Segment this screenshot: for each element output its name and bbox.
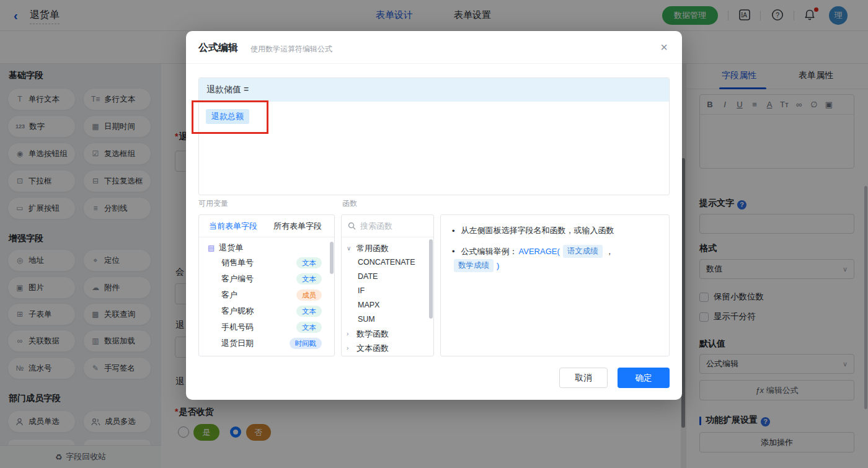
formula-field-tag[interactable]: 退款总额: [206, 109, 249, 124]
function-item[interactable]: MAPX: [342, 298, 433, 312]
variable-row[interactable]: 客户编号文本: [199, 271, 334, 287]
tab-current-form-fields[interactable]: 当前表单字段: [209, 221, 257, 232]
search-icon: [348, 222, 356, 230]
function-search-input[interactable]: [360, 221, 422, 231]
variable-row[interactable]: 客户成员: [199, 287, 334, 303]
tab-all-form-fields[interactable]: 所有表单字段: [273, 221, 322, 232]
function-item[interactable]: IF: [342, 284, 433, 298]
type-badge: 文本: [296, 306, 322, 317]
variable-row[interactable]: 销售单号文本: [199, 255, 334, 271]
variable-row[interactable]: 退货日期时间戳: [199, 335, 334, 351]
group-common-functions[interactable]: ∨常用函数: [342, 241, 433, 255]
example-close-paren: ): [497, 261, 499, 270]
example-field-tag: 语文成绩: [563, 245, 603, 258]
bullet: •: [452, 247, 455, 256]
variables-scrollbar-thumb[interactable]: [330, 242, 334, 274]
functions-label: 函数: [342, 198, 357, 209]
type-badge: 时间戳: [290, 338, 322, 349]
tree-root-form[interactable]: ▤ 退货单: [199, 237, 334, 255]
variables-panel: 当前表单字段 所有表单字段 ▤ 退货单 销售单号文本 客户编号文本 客户成员 客…: [198, 214, 335, 356]
type-badge: 成员: [296, 289, 322, 301]
form-doc-icon: ▤: [208, 244, 215, 252]
function-item[interactable]: CONCATENATE: [342, 255, 433, 270]
type-badge: 文本: [296, 257, 322, 268]
chevron-down-icon: ∨: [347, 245, 353, 252]
variable-row[interactable]: 手机号码文本: [199, 319, 334, 335]
type-badge: 文本: [296, 322, 322, 333]
example-field-tag: 数学成绩: [454, 259, 494, 272]
formula-target: 退款储值 =: [199, 78, 669, 102]
function-item[interactable]: DATE: [342, 270, 433, 284]
variable-row[interactable]: 客户昵称文本: [199, 303, 334, 319]
modal-title: 公式编辑: [198, 42, 238, 55]
variables-label: 可用变量: [198, 198, 228, 209]
group-math-functions[interactable]: ›数学函数: [342, 327, 433, 341]
modal-subtitle: 使用数学运算符编辑公式: [250, 44, 332, 55]
bullet: •: [452, 226, 455, 236]
cancel-button[interactable]: 取消: [559, 368, 608, 388]
divider: [186, 63, 682, 64]
formula-editor-area[interactable]: 退款储值 =: [198, 77, 670, 195]
group-text-functions[interactable]: ›文本函数: [342, 341, 433, 355]
functions-panel: ∨常用函数 CONCATENATE DATE IF MAPX SUM ›数学函数…: [341, 214, 434, 356]
formula-edit-modal: 公式编辑 使用数学运算符编辑公式 × 退款储值 = 退款总额 可用变量 函数 当…: [186, 31, 682, 400]
chevron-right-icon: ›: [347, 330, 353, 337]
function-item[interactable]: SUM: [342, 312, 433, 327]
functions-scrollbar-thumb[interactable]: [429, 239, 433, 319]
function-search[interactable]: [342, 215, 433, 237]
tips-panel: •从左侧面板选择字段名和函数，或输入函数 • 公式编辑举例： AVERAGE( …: [440, 214, 670, 356]
type-badge: 文本: [296, 273, 322, 285]
close-icon[interactable]: ×: [656, 39, 672, 55]
example-function: AVERAGE(: [519, 247, 560, 256]
chevron-right-icon: ›: [347, 345, 353, 351]
confirm-button[interactable]: 确定: [618, 368, 670, 388]
